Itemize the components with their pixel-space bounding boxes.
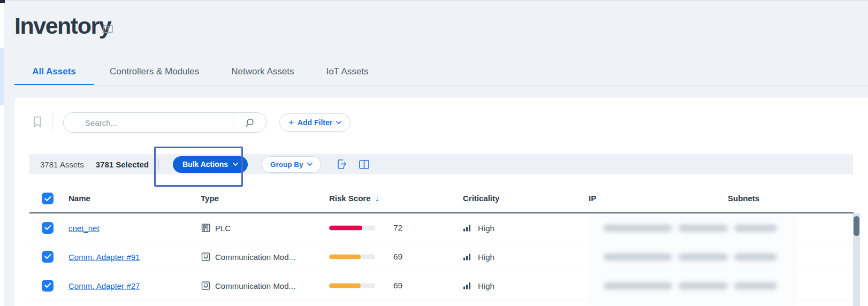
asset-name-link[interactable]: Comm. Adapter #27	[68, 281, 140, 290]
group-by-label: Group By	[270, 160, 303, 169]
window-corner	[0, 0, 5, 3]
search-box	[63, 112, 267, 133]
risk-score-bar	[329, 283, 375, 288]
plus-icon: +	[288, 117, 294, 128]
sort-desc-icon[interactable]: ↓	[375, 194, 379, 203]
redacted-ip	[679, 225, 728, 232]
redacted-row	[589, 254, 797, 261]
tab-iot-assets[interactable]: IoT Assets	[310, 57, 384, 86]
risk-score-bar	[329, 225, 375, 230]
assets-count: 3781 Assets	[40, 160, 84, 169]
collapsed-sidebar-rail	[0, 1, 4, 306]
chevron-down-icon	[307, 163, 313, 166]
column-header-ip[interactable]: IP	[589, 184, 596, 212]
redacted-subnet	[734, 225, 777, 232]
asset-type: Communication Mod...	[215, 281, 295, 290]
chevron-down-icon	[233, 163, 238, 166]
row-checkbox[interactable]	[42, 222, 54, 234]
communication-module-icon	[201, 280, 211, 290]
window-top-border	[0, 0, 868, 1]
risk-score-value: 69	[393, 281, 402, 290]
divider	[52, 113, 52, 131]
sidebar-active-indicator	[0, 48, 4, 105]
tab-controllers-modules[interactable]: Controllers & Modules	[94, 57, 215, 86]
chevron-down-icon	[336, 121, 341, 124]
column-header-risk-score[interactable]: Risk Score↓	[329, 184, 379, 212]
bar-chart-icon	[463, 281, 471, 289]
redacted-ip	[604, 254, 672, 261]
column-layout-icon[interactable]	[359, 159, 370, 170]
column-header-criticality[interactable]: Criticality	[463, 184, 499, 212]
asset-name-link[interactable]: cnet_net	[68, 223, 100, 232]
redacted-ip-subnets-region	[589, 215, 797, 306]
asset-type: Communication Mod...	[215, 252, 295, 261]
risk-score-fill	[329, 283, 361, 288]
risk-score-fill	[329, 254, 361, 259]
add-filter-label: Add Filter	[298, 118, 332, 127]
selected-count: 3781 Selected	[96, 160, 149, 169]
bookmark-icon[interactable]	[29, 114, 45, 130]
criticality-value: High	[478, 252, 494, 261]
asset-type: PLC	[215, 223, 231, 232]
add-filter-button[interactable]: + Add Filter	[279, 113, 351, 132]
redacted-row	[589, 225, 797, 232]
criticality-value: High	[478, 281, 494, 290]
tabbar-divider	[14, 85, 868, 86]
bulk-actions-label: Bulk Actions	[182, 160, 228, 169]
book-icon[interactable]	[103, 25, 113, 34]
plc-icon	[201, 223, 211, 233]
redacted-ip	[679, 254, 728, 261]
bar-chart-icon	[463, 224, 471, 232]
tab-network-assets[interactable]: Network Assets	[215, 57, 310, 86]
search-icon	[245, 118, 255, 128]
risk-score-fill	[329, 225, 362, 230]
redacted-ip	[679, 282, 728, 289]
bar-chart-icon	[463, 253, 471, 261]
tab-label: Network Assets	[231, 66, 294, 77]
column-header-label: Risk Score	[329, 194, 371, 203]
redacted-subnet	[734, 254, 777, 261]
risk-score-value: 69	[393, 252, 402, 262]
column-header-type[interactable]: Type	[201, 184, 219, 212]
redacted-subnet	[734, 282, 777, 289]
redacted-ip	[604, 225, 672, 232]
tab-all-assets[interactable]: All Assets	[14, 57, 94, 86]
column-header-subnets[interactable]: Subnets	[728, 184, 759, 212]
page-title: Inventory	[14, 13, 111, 39]
search-button[interactable]	[233, 113, 266, 132]
select-all-checkbox[interactable]	[42, 193, 54, 204]
risk-score-value: 72	[393, 223, 402, 233]
row-checkbox[interactable]	[42, 251, 54, 263]
tab-label: Controllers & Modules	[110, 66, 199, 77]
redacted-row	[589, 282, 797, 289]
column-header-name[interactable]: Name	[68, 184, 90, 212]
table-toolbar: 3781 Assets 3781 Selected Bulk Actions G…	[29, 154, 853, 174]
tab-label: All Assets	[32, 66, 76, 77]
redacted-ip	[604, 282, 672, 289]
criticality-value: High	[478, 223, 494, 232]
divider	[158, 158, 159, 170]
communication-module-icon	[201, 251, 211, 262]
export-icon[interactable]	[336, 158, 347, 170]
bulk-actions-button[interactable]: Bulk Actions	[173, 156, 248, 173]
row-checkbox[interactable]	[42, 280, 54, 292]
asset-name-link[interactable]: Comm. Adapter #91	[68, 252, 140, 261]
scrollbar-thumb[interactable]	[854, 216, 859, 236]
table-header: Name Type Risk Score↓ Criticality IP Sub…	[29, 184, 854, 213]
search-input[interactable]	[64, 113, 233, 132]
group-by-button[interactable]: Group By	[262, 156, 321, 173]
tab-label: IoT Assets	[326, 66, 368, 77]
risk-score-bar	[329, 254, 375, 259]
inventory-tabs: All Assets Controllers & Modules Network…	[14, 57, 384, 86]
